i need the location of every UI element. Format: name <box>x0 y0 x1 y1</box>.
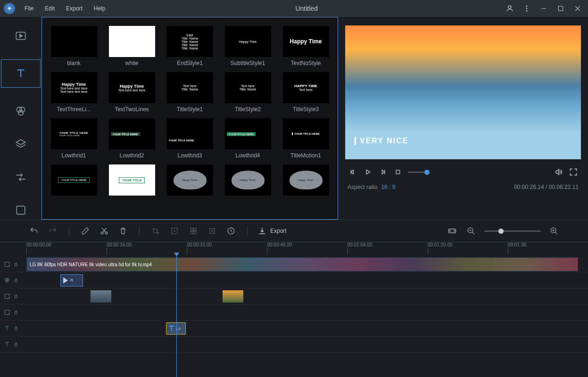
undo-icon[interactable] <box>28 225 40 237</box>
account-icon[interactable] <box>503 2 516 15</box>
volume-slider[interactable] <box>408 172 427 173</box>
tab-filters[interactable] <box>9 102 32 121</box>
title-template-13[interactable]: YOUR TITLE HERELowthrid4 <box>222 118 274 159</box>
overlay-clip-1[interactable] <box>91 290 111 303</box>
overlay-track-1[interactable] <box>0 288 588 304</box>
video-clip[interactable]: LG 8K 60fps HDR NATURE 8k video ultra hd… <box>26 257 578 271</box>
filter-track[interactable]: R <box>0 272 588 288</box>
window-title: Untitled <box>110 5 503 12</box>
svg-rect-29 <box>190 231 193 234</box>
timeline-toolbar: Export <box>0 220 588 242</box>
title-caption: Lowthrid2 <box>119 152 144 159</box>
text-clip[interactable]: Lo <box>166 322 186 335</box>
fit-timeline-icon[interactable] <box>447 225 458 237</box>
title-template-18[interactable]: Happy Time! <box>222 164 274 198</box>
close-icon[interactable] <box>571 2 584 15</box>
overlay-clip-2[interactable] <box>223 290 243 303</box>
title-template-6[interactable]: Happy TimeText here text hereTextTwoLine… <box>106 72 158 113</box>
title-template-14[interactable]: YOUR TITLE HERETitleMotion1 <box>280 118 332 159</box>
zoom-in-icon[interactable] <box>548 225 560 237</box>
title-template-12[interactable]: YOUR TITLE HERELowthrid3 <box>164 118 216 159</box>
title-template-15[interactable]: YOUR TITLE HERE <box>48 164 100 198</box>
svg-point-3 <box>526 10 528 12</box>
zoom-out-icon[interactable] <box>465 225 477 237</box>
freeze-icon[interactable] <box>207 225 218 237</box>
title-preview: YOUR TITLE HERE <box>225 118 271 149</box>
menu-file[interactable]: File <box>20 3 38 14</box>
title-preview: HAPPY TIMEText here <box>283 72 329 103</box>
title-template-7[interactable]: Text hereTitle: NameTitleStyle1 <box>164 72 216 113</box>
title-caption: EndStyle1 <box>177 60 203 66</box>
fullscreen-icon[interactable] <box>568 167 579 177</box>
title-template-10[interactable]: YOUR TITLE HEREYOUR TITLE HERELowthrid1 <box>48 118 100 159</box>
prev-frame-icon[interactable] <box>348 167 358 177</box>
menu-export[interactable]: Export <box>61 3 87 14</box>
next-frame-icon[interactable] <box>378 167 388 177</box>
title-caption: TitleMotion1 <box>290 152 321 159</box>
title-preview: Text hereTitle: Name <box>225 72 271 103</box>
title-template-11[interactable]: YOUR TITLE HERELowthrid2 <box>106 118 158 159</box>
title-template-1[interactable]: white <box>106 26 158 66</box>
title-preview: YOUR TITLE HERE <box>51 164 97 196</box>
title-preview: Happy Time! <box>167 164 213 196</box>
cut-icon[interactable] <box>99 225 110 237</box>
playhead[interactable] <box>176 256 177 377</box>
mosaic-icon[interactable] <box>188 225 199 237</box>
titlebar: ✦ File Edit Export Help Untitled <box>0 0 588 17</box>
svg-rect-53 <box>15 344 17 346</box>
time-ruler[interactable]: 00:00:00.0000:00:16.0000:00:32.0000:00:4… <box>0 242 588 256</box>
menu-edit[interactable]: Edit <box>40 3 59 14</box>
title-template-3[interactable]: Happy TimeSubtitleStyle1 <box>222 26 274 66</box>
duration-icon[interactable] <box>225 225 237 237</box>
stop-icon[interactable] <box>393 167 403 177</box>
svg-point-2 <box>526 8 528 9</box>
title-template-16[interactable]: YOUR TITLE <box>106 164 158 198</box>
title-template-9[interactable]: HAPPY TIMEText hereTitleStyle3 <box>280 72 332 113</box>
text-track[interactable]: Lo <box>0 320 588 336</box>
svg-point-32 <box>212 230 213 232</box>
timeline: 00:00:00.0000:00:16.0000:00:32.0000:00:4… <box>0 242 588 377</box>
title-template-0[interactable]: blank <box>48 26 100 66</box>
zoom-area-icon[interactable] <box>169 225 180 237</box>
text-track-2[interactable] <box>0 336 588 352</box>
title-template-5[interactable]: Happy TimeText here text hereText here t… <box>48 72 100 113</box>
title-template-2[interactable]: EastTitle: NameTitle: NameTitle: NameTit… <box>164 26 216 66</box>
title-template-8[interactable]: Text hereTitle: NameTitleStyle2 <box>222 72 274 113</box>
player-controls <box>344 167 582 177</box>
export-button[interactable]: Export <box>258 227 287 235</box>
window-controls <box>503 2 584 15</box>
zoom-slider[interactable] <box>484 230 541 232</box>
title-caption: white <box>125 60 138 66</box>
time-mark: 00:00:48.00 <box>267 242 347 256</box>
redo-icon[interactable] <box>47 225 58 237</box>
title-template-4[interactable]: Happy TimeTextNoStyle <box>280 26 332 66</box>
aspect-value[interactable]: 16 : 9 <box>381 184 395 190</box>
video-preview[interactable]: VERY NICE <box>345 25 581 159</box>
tab-text[interactable] <box>1 59 41 88</box>
main-area: blankwhiteEastTitle: NameTitle: NameTitl… <box>0 17 588 220</box>
title-preview: Happy TimeText here text here <box>109 72 155 103</box>
maximize-icon[interactable] <box>554 2 567 15</box>
filter-clip[interactable]: R <box>60 274 83 287</box>
title-template-17[interactable]: Happy Time! <box>164 164 216 198</box>
mute-icon[interactable] <box>553 167 563 177</box>
tab-overlay[interactable] <box>9 135 32 154</box>
crop-icon[interactable] <box>150 225 161 237</box>
tab-elements[interactable] <box>9 201 32 220</box>
minimize-icon[interactable] <box>537 2 550 15</box>
tab-media[interactable] <box>9 26 32 45</box>
play-icon[interactable] <box>363 167 373 177</box>
time-mark: 00:00:16.00 <box>107 242 187 256</box>
preview-info: Aspect ratio16 : 9 00:00:26.14 / 00:06:2… <box>344 184 582 190</box>
title-template-19[interactable]: Happy Time! <box>280 164 332 198</box>
svg-point-0 <box>508 6 511 8</box>
more-icon[interactable] <box>520 2 533 15</box>
delete-icon[interactable] <box>117 225 129 237</box>
overlay-track-2[interactable] <box>0 304 588 320</box>
tab-transition[interactable] <box>9 168 32 187</box>
menu-help[interactable]: Help <box>89 3 110 14</box>
edit-icon[interactable] <box>80 225 91 237</box>
title-preview: Happy Time <box>225 26 271 57</box>
title-preview: YOUR TITLE <box>109 164 155 196</box>
video-track[interactable]: LG 8K 60fps HDR NATURE 8k video ultra hd… <box>0 256 588 272</box>
